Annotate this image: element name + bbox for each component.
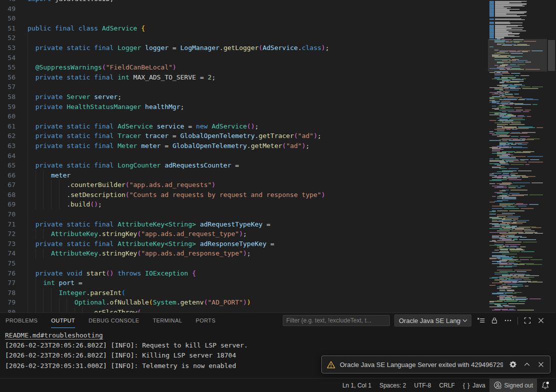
eol-sequence[interactable]: CRLF	[435, 378, 459, 392]
code-line-content	[28, 53, 36, 63]
line-number[interactable]: 55	[0, 62, 16, 72]
vscode-window: 48import java.util.UUID;495051public fin…	[0, 0, 556, 392]
output-filter-input[interactable]	[283, 315, 390, 326]
tab-problems[interactable]: PROBLEMS	[6, 313, 38, 328]
line-number[interactable]: 53	[0, 43, 16, 53]
line-number[interactable]: 70	[0, 210, 16, 220]
editor-scrollbar-thumb[interactable]	[548, 40, 555, 71]
indent-guide	[67, 298, 75, 308]
line-number[interactable]: 68	[0, 190, 16, 200]
minimap[interactable]	[488, 0, 547, 312]
indent-guide	[36, 180, 44, 190]
line-number[interactable]: 48	[0, 0, 16, 4]
line-number[interactable]: 74	[0, 248, 16, 258]
line-number[interactable]: 63	[0, 141, 16, 151]
indent-guide	[28, 278, 36, 288]
output-channel-label: Oracle Java SE Languag	[399, 317, 461, 324]
accounts[interactable]: Signed out	[489, 378, 537, 392]
code-line-content: .build();	[28, 200, 102, 210]
line-number[interactable]: 51	[0, 24, 16, 34]
line-number[interactable]: 54	[0, 53, 16, 63]
indent-guide	[43, 229, 51, 239]
indent-guide	[28, 33, 36, 43]
line-number[interactable]: 72	[0, 229, 16, 239]
indent-guide	[75, 308, 83, 312]
indent-guide	[28, 131, 36, 141]
line-number[interactable]: 80	[0, 308, 16, 312]
tab-terminal[interactable]: TERMINAL	[153, 313, 182, 328]
code-line-content: int port =	[28, 278, 83, 288]
maximize-panel-icon[interactable]	[523, 316, 531, 324]
line-number[interactable]: 56	[0, 72, 16, 82]
code-line-content: private static final int MAX_ADS_TO_SERV…	[28, 72, 216, 82]
output-line-link-row: README.md#troubleshooting	[5, 330, 556, 340]
more-actions-icon[interactable]	[504, 316, 512, 324]
code-area: 48import java.util.UUID;495051public fin…	[0, 0, 488, 312]
line-number[interactable]: 58	[0, 92, 16, 102]
close-panel-icon[interactable]	[537, 316, 545, 324]
code-line-content: private static final Tracer tracer = Glo…	[28, 131, 321, 141]
line-number[interactable]: 49	[0, 4, 16, 14]
line-number[interactable]: 75	[0, 258, 16, 268]
tab-ports[interactable]: PORTS	[196, 313, 216, 328]
code-line-content	[28, 112, 36, 122]
indent-guide	[43, 298, 51, 308]
indent-guide	[28, 190, 36, 200]
output-channel-select[interactable]: Oracle Java SE Languag	[394, 314, 471, 326]
indent-guide	[43, 180, 51, 190]
code-line-content: Integer.parseInt(	[28, 288, 126, 298]
line-number[interactable]: 59	[0, 102, 16, 112]
output-line: [2026-02-23T20:05:26.802Z] [INFO]: Reque…	[5, 340, 556, 350]
notification-toast: Oracle Java SE Language Server exited wi…	[321, 356, 550, 374]
indent-guide	[28, 288, 36, 298]
indent-guide	[43, 190, 51, 200]
encoding[interactable]: UTF-8	[410, 378, 435, 392]
indent-guide	[28, 210, 36, 220]
line-number[interactable]: 78	[0, 288, 16, 298]
clear-output-icon[interactable]	[477, 316, 485, 324]
line-number[interactable]: 66	[0, 170, 16, 180]
code-line: 58private Server server;	[0, 92, 488, 102]
indentation[interactable]: Spaces: 2	[375, 378, 410, 392]
line-number[interactable]: 79	[0, 298, 16, 308]
close-icon[interactable]	[537, 360, 545, 368]
line-number[interactable]: 64	[0, 151, 16, 161]
editor-scrollbar[interactable]	[547, 0, 556, 312]
output-readme-link[interactable]: README.md#troubleshooting	[5, 332, 103, 340]
indent-guide	[28, 141, 36, 151]
line-number[interactable]: 77	[0, 278, 16, 288]
line-number[interactable]: 52	[0, 33, 16, 43]
line-number[interactable]: 73	[0, 239, 16, 249]
language-mode[interactable]: { }Java	[459, 378, 489, 392]
line-number[interactable]: 62	[0, 131, 16, 141]
panel-header: PROBLEMSOUTPUTDEBUG CONSOLETERMINALPORTS…	[0, 313, 556, 328]
line-number[interactable]: 65	[0, 160, 16, 170]
tab-output[interactable]: OUTPUT	[51, 313, 75, 328]
cursor-position[interactable]: Ln 1, Col 1	[338, 378, 375, 392]
code-editor[interactable]: 48import java.util.UUID;495051public fin…	[0, 0, 556, 312]
line-number[interactable]: 71	[0, 220, 16, 230]
gear-icon[interactable]	[509, 360, 517, 368]
line-number[interactable]: 57	[0, 82, 16, 92]
code-line-content	[28, 258, 36, 268]
code-line-content: .counterBuilder("app.ads.ad_requests")	[28, 180, 216, 190]
line-number[interactable]: 67	[0, 180, 16, 190]
lock-icon[interactable]	[490, 316, 498, 324]
line-number[interactable]: 61	[0, 122, 16, 132]
line-number[interactable]: 69	[0, 200, 16, 210]
line-number[interactable]: 50	[0, 14, 16, 24]
code-line: 76private void start() throws IOExceptio…	[0, 268, 488, 278]
indent-guide	[51, 180, 59, 190]
line-number[interactable]: 76	[0, 268, 16, 278]
code-line: 70	[0, 210, 488, 220]
notifications-bell[interactable]	[537, 378, 553, 392]
tab-debug-console[interactable]: DEBUG CONSOLE	[89, 313, 139, 328]
minimap-viewport[interactable]	[488, 39, 547, 72]
code-line-content: private Server server;	[28, 92, 122, 102]
indent-guide	[51, 298, 59, 308]
indent-guide	[36, 248, 44, 258]
code-line: 72AttributeKey.stringKey("app.ads.ad_req…	[0, 229, 488, 239]
chevron-up-icon[interactable]	[523, 360, 531, 368]
code-line: 78Integer.parseInt(	[0, 288, 488, 298]
line-number[interactable]: 60	[0, 112, 16, 122]
